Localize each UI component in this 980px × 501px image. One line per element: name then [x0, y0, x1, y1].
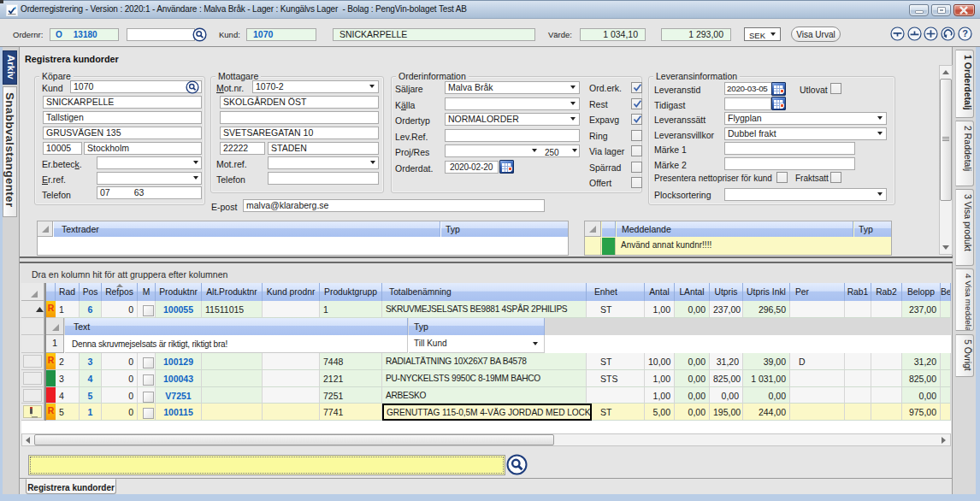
svg-text:?: ?: [962, 28, 968, 38]
